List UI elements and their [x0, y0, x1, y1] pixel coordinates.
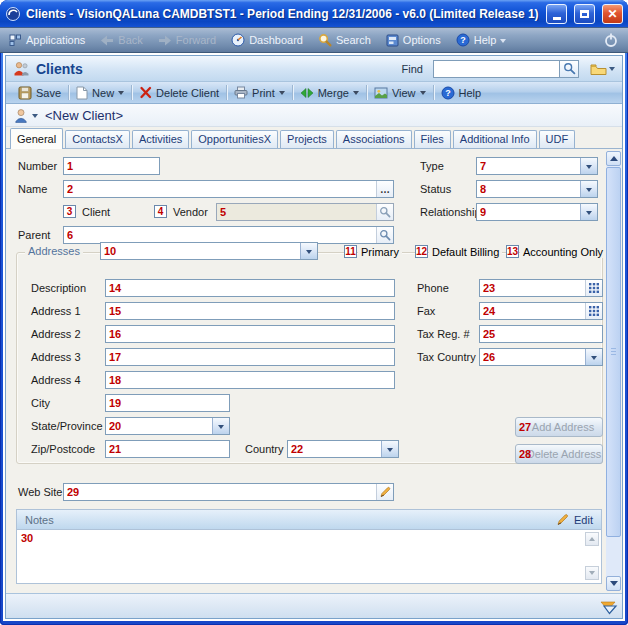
save-button[interactable]: Save — [12, 82, 67, 103]
fax-input[interactable] — [480, 303, 585, 319]
tab-contactsx[interactable]: ContactsX — [65, 130, 130, 148]
delete-client-button[interactable]: Delete Client — [133, 82, 225, 103]
find-label: Find — [402, 63, 423, 75]
find-search-button[interactable] — [559, 60, 579, 78]
print-button[interactable]: Print — [228, 82, 291, 103]
tab-files[interactable]: Files — [414, 130, 451, 148]
exit-button[interactable] — [603, 32, 619, 48]
status-combobox[interactable] — [477, 181, 580, 197]
tab-general[interactable]: General — [10, 128, 63, 149]
zip-label: Zip/Postcode — [31, 443, 95, 455]
help-icon: ? — [456, 33, 470, 47]
client-area: Clients Find — [3, 53, 625, 621]
tab-opportunitiesx[interactable]: OpportunitiesX — [191, 130, 278, 148]
merge-caret-icon — [353, 91, 359, 98]
help-icon: ? — [441, 86, 455, 100]
country-combobox[interactable] — [288, 441, 381, 457]
scrollbar-down-button[interactable] — [606, 576, 621, 591]
options-button[interactable]: Options — [386, 34, 441, 47]
default-billing-checkbox[interactable]: 12 — [415, 245, 428, 258]
tab-udf[interactable]: UDF — [539, 130, 576, 148]
minimize-button[interactable] — [546, 4, 567, 24]
address-selector-combobox[interactable] — [101, 243, 300, 259]
scrollbar-thumb[interactable] — [606, 167, 621, 537]
page-title: Clients — [36, 61, 396, 77]
name-ellipsis-button[interactable]: … — [376, 181, 393, 197]
name-input[interactable] — [64, 181, 376, 197]
expand-arrow-button[interactable] — [598, 597, 618, 619]
primary-checkbox[interactable]: 11 — [344, 245, 357, 258]
merge-button[interactable]: Merge — [294, 82, 365, 103]
address2-label: Address 2 — [31, 328, 81, 340]
toolbar-help-button[interactable]: ? Help — [435, 82, 488, 103]
chevron-down-icon — [586, 188, 592, 195]
tax-country-dropdown-button[interactable] — [585, 349, 602, 365]
pencil-icon — [556, 513, 569, 526]
website-input[interactable] — [64, 484, 376, 500]
notes-textarea[interactable]: 30 — [17, 530, 601, 582]
number-label: Number — [18, 160, 57, 172]
phone-input[interactable] — [480, 280, 585, 296]
type-dropdown-button[interactable] — [580, 158, 597, 174]
parent-lookup-button[interactable] — [376, 227, 393, 243]
client-checkbox[interactable]: 3 — [63, 205, 76, 218]
parent-input[interactable] — [64, 227, 376, 243]
phone-keypad-button[interactable] — [585, 280, 602, 296]
delete-address-button[interactable]: 28 Delete Address — [515, 444, 603, 464]
notes-scroll-down-button[interactable] — [585, 566, 599, 580]
status-dropdown-button[interactable] — [580, 181, 597, 197]
tax-country-combobox[interactable] — [480, 349, 585, 365]
accounting-only-checkbox[interactable]: 13 — [506, 245, 519, 258]
city-input[interactable] — [106, 395, 229, 411]
tab-activities[interactable]: Activities — [132, 130, 189, 148]
state-combobox[interactable] — [106, 418, 212, 434]
maximize-button[interactable] — [574, 4, 595, 24]
saved-searches-button[interactable] — [590, 63, 615, 75]
back-button[interactable]: Back — [100, 34, 142, 46]
chevron-up-icon — [589, 534, 595, 541]
new-button[interactable]: New — [70, 82, 130, 103]
applications-button[interactable]: Applications — [9, 34, 85, 47]
address2-input[interactable] — [106, 326, 394, 342]
vertical-scrollbar[interactable] — [606, 151, 621, 591]
search-label: Search — [336, 34, 371, 46]
tax-reg-input[interactable] — [480, 326, 602, 342]
fax-keypad-button[interactable] — [585, 303, 602, 319]
address3-input[interactable] — [106, 349, 394, 365]
description-input[interactable] — [106, 280, 394, 296]
close-button[interactable]: ✕ — [602, 4, 623, 24]
address4-input[interactable] — [106, 372, 394, 388]
vendor-lookup-button[interactable] — [376, 204, 393, 220]
number-input[interactable] — [64, 158, 159, 174]
notes-body: 30 — [17, 530, 601, 582]
address-selector-dropdown-button[interactable] — [300, 243, 317, 259]
search-icon — [318, 33, 332, 47]
find-input[interactable] — [433, 60, 559, 78]
vendor-checkbox[interactable]: 4 — [154, 205, 167, 218]
help-button[interactable]: ? Help — [456, 33, 507, 47]
type-combobox[interactable] — [477, 158, 580, 174]
tab-associations[interactable]: Associations — [336, 130, 412, 148]
city-label: City — [31, 397, 50, 409]
website-edit-button[interactable] — [376, 484, 393, 500]
record-selector-button[interactable] — [14, 108, 38, 123]
add-address-button[interactable]: 27 Add Address — [515, 417, 603, 437]
addresses-legend: Addresses — [25, 245, 83, 257]
relationship-dropdown-button[interactable] — [580, 204, 597, 220]
zip-input[interactable] — [106, 441, 229, 457]
notes-edit-button[interactable]: Edit — [556, 513, 593, 526]
address1-input[interactable] — [106, 303, 394, 319]
forward-button[interactable]: Forward — [158, 34, 216, 46]
view-button[interactable]: View — [368, 82, 432, 103]
addresses-group: Addresses 11 Primary 12 Default Billing … — [16, 252, 603, 464]
scrollbar-up-button[interactable] — [606, 151, 621, 166]
country-dropdown-button[interactable] — [381, 441, 398, 457]
vendor-lookup-input[interactable] — [217, 204, 376, 220]
relationship-combobox[interactable] — [477, 204, 580, 220]
state-dropdown-button[interactable] — [212, 418, 229, 434]
tab-additional-info[interactable]: Additional Info — [453, 130, 537, 148]
tab-projects[interactable]: Projects — [280, 130, 334, 148]
dashboard-button[interactable]: Dashboard — [231, 33, 303, 47]
notes-scroll-up-button[interactable] — [585, 532, 599, 546]
search-button[interactable]: Search — [318, 33, 371, 47]
